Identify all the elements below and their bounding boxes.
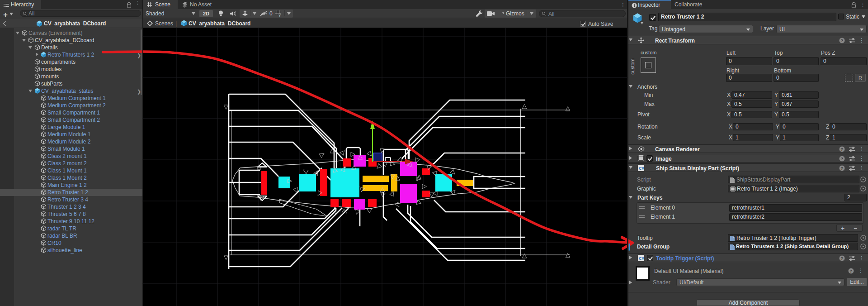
svg-text:?: ? bbox=[841, 38, 844, 43]
svg-text:?: ? bbox=[841, 256, 844, 261]
svg-text:C#: C# bbox=[639, 166, 644, 171]
svg-text:?: ? bbox=[841, 147, 844, 152]
svg-text:?: ? bbox=[850, 269, 853, 273]
svg-text:?: ? bbox=[841, 157, 844, 161]
svg-text:?: ? bbox=[841, 166, 844, 171]
svg-text:C#: C# bbox=[639, 256, 644, 261]
svg-text:Y: Y bbox=[278, 14, 281, 17]
